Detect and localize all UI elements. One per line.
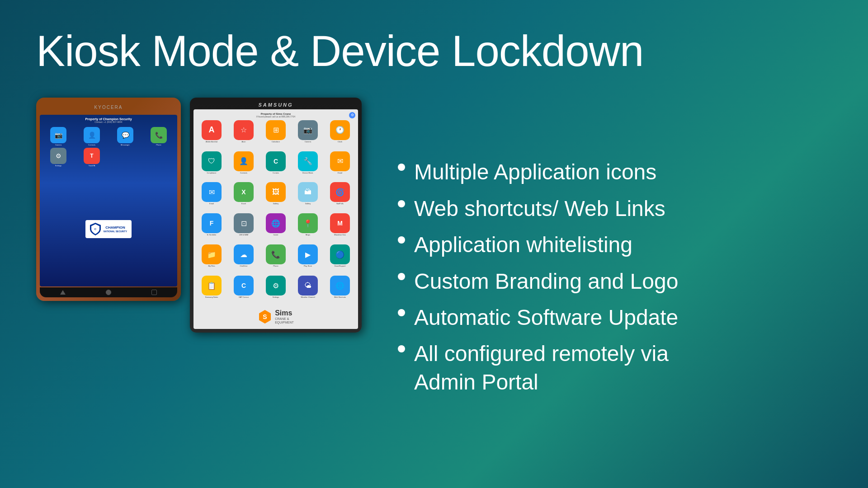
- bullet-dot: [398, 273, 405, 280]
- recents-button: [151, 290, 157, 295]
- list-item: 📁 My Files: [196, 244, 227, 274]
- app-icon: 📁: [202, 244, 222, 264]
- list-item: M Marathon Gas: [325, 213, 355, 243]
- list-item: 👤 Contacts: [228, 151, 259, 181]
- app-label: Gallery: [305, 202, 311, 205]
- app-label: Play Store: [304, 265, 312, 267]
- bullet-text-3: Application whitelisting: [414, 231, 632, 259]
- app-icon: 🌐: [330, 276, 350, 296]
- bullet-dot: [398, 236, 405, 244]
- tablet-app-grid: A Adobe Acrobat ☆ Avon ⊞ Calculator 📷: [196, 120, 355, 306]
- list-item: 🌐 Web Shortcuts: [325, 276, 355, 305]
- app-label: Settings: [273, 296, 279, 298]
- app-label: Compliance: [207, 172, 216, 174]
- bullet-dot: [398, 345, 405, 352]
- app-label: Settings: [55, 164, 61, 167]
- app-icon: ⊡: [234, 213, 254, 233]
- app-label: Invent: [274, 234, 278, 236]
- app-label: Marathon Gas: [334, 234, 345, 236]
- champion-shield-icon: C: [90, 223, 101, 235]
- list-item: ⚙ Settings: [42, 148, 74, 167]
- list-item: ⚙ Settings: [260, 276, 291, 305]
- app-label: Sr Scribbler: [207, 234, 217, 236]
- list-item: 📷 Camera: [292, 120, 323, 150]
- sims-company-name: Sims: [275, 309, 294, 317]
- app-icon: ⚙: [50, 148, 66, 164]
- svg-text:C: C: [94, 228, 97, 230]
- list-item: 🕐 Clock: [325, 120, 355, 150]
- app-label: Email: [338, 172, 342, 174]
- list-item: A Adobe Acrobat: [196, 120, 227, 150]
- app-label: My Files: [208, 265, 215, 267]
- tablet-settings-icon: ⚙: [349, 112, 355, 118]
- list-item: 👤 Contacts: [76, 127, 108, 146]
- list-item: 🔵 GaurdSupport: [325, 244, 355, 274]
- bullet-item-2: Web shortcuts/ Web Links: [398, 195, 832, 223]
- app-label: Gallery: [273, 202, 279, 205]
- tablet-screen: Property of Sims Crane If found please c…: [193, 109, 358, 329]
- phone-top-bar: KYOCERA: [40, 101, 177, 114]
- app-label: Device Maint.: [302, 172, 313, 174]
- app-icon: 🌐: [266, 213, 286, 233]
- list-item: 🌐 Invent: [260, 213, 291, 243]
- app-icon: M: [330, 213, 350, 233]
- list-item: 📞 Phone: [143, 127, 175, 146]
- app-label: NailPolls: [336, 202, 344, 205]
- bullet-dot: [398, 200, 405, 207]
- list-item: ☁ OneDrive: [228, 244, 259, 274]
- sims-hexagon-icon: S: [258, 310, 272, 324]
- bullet-text-1: Multiple Application icons: [414, 158, 656, 186]
- app-label: Web Shortcuts: [334, 296, 346, 298]
- list-item: X Excel: [228, 182, 259, 212]
- champion-text: CHAMPION: [104, 225, 127, 230]
- app-label: Phone: [273, 265, 278, 267]
- list-item: 🌤 Weather Channel: [292, 276, 323, 305]
- app-label: TrackTA: [89, 164, 95, 167]
- list-item: 🖼 Gallery: [260, 182, 291, 212]
- app-icon: 🏔: [298, 182, 318, 202]
- app-icon: 📍: [298, 213, 318, 233]
- app-icon: ✉: [202, 182, 222, 202]
- content-area: KYOCERA Property of Champion Security Co…: [36, 98, 832, 461]
- app-label: Maps: [306, 234, 310, 236]
- tablet-header: Property of Sims Crane If found please c…: [196, 112, 355, 118]
- app-icon: 📷: [50, 127, 66, 143]
- app-label: GaurdSupport: [334, 265, 345, 267]
- app-label: Excel: [241, 202, 246, 205]
- list-item: C SAP Concur: [228, 276, 259, 305]
- list-item: ✉ Email: [196, 182, 227, 212]
- app-label: Samsung Notes: [205, 296, 218, 298]
- bullet-dot: [398, 164, 405, 171]
- list-item: ⊡ LIM & EAM: [228, 213, 259, 243]
- app-label: SAP Concur: [239, 296, 249, 298]
- phone1-screen: Property of Champion Security Contact: +…: [40, 115, 177, 286]
- bullet-item-1: Multiple Application icons: [398, 158, 832, 186]
- list-item: ▶ Play Store: [292, 244, 323, 274]
- phone1-bottom: [40, 287, 177, 297]
- app-label: LIM & EAM: [239, 234, 248, 236]
- app-label: Avon: [241, 141, 245, 143]
- app-label: Camera: [55, 144, 61, 146]
- app-label: Contacts: [240, 172, 247, 174]
- list-item: C Corrata: [260, 151, 291, 181]
- app-icon: T: [84, 148, 100, 164]
- app-icon: C: [266, 151, 286, 171]
- list-item: 🏔 Gallery: [292, 182, 323, 212]
- app-icon: 📞: [151, 127, 167, 143]
- app-icon: 👤: [234, 151, 254, 171]
- app-icon: 💬: [117, 127, 133, 143]
- app-icon: 📋: [202, 276, 222, 296]
- images-section: KYOCERA Property of Champion Security Co…: [36, 98, 362, 461]
- app-label: Email: [209, 202, 214, 205]
- app-label: Corrata: [273, 172, 278, 174]
- list-item: 📋 Samsung Notes: [196, 276, 227, 305]
- bullet-text-6: All configured remotely viaAdmin Portal: [414, 340, 669, 396]
- app-label: Adobe Acrobat: [206, 141, 217, 143]
- app-label: Weather Channel: [301, 296, 315, 298]
- app-label: Contacts: [88, 144, 95, 146]
- app-icon: A: [202, 120, 222, 140]
- list-item: 📷 Camera: [42, 127, 74, 146]
- app-icon: ▶: [298, 244, 318, 264]
- bullet-item-5: Automatic Software Update: [398, 304, 832, 332]
- phone1-property: Property of Champion Security: [42, 117, 175, 121]
